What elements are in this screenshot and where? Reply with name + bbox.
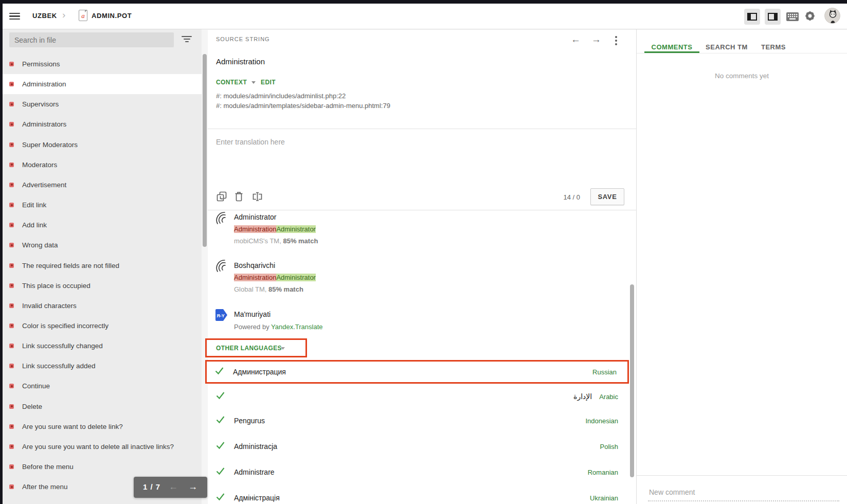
- translation-textarea[interactable]: [216, 138, 597, 184]
- user-avatar[interactable]: [824, 8, 840, 24]
- sidebar-item[interactable]: Advertisement: [3, 175, 202, 195]
- window-top-edge: [0, 0, 847, 4]
- untranslated-bullet-icon: [9, 444, 14, 449]
- copy-source-icon[interactable]: [217, 191, 227, 204]
- untranslated-bullet-icon: [9, 424, 14, 429]
- next-string-arrow[interactable]: →: [591, 34, 601, 45]
- toggle-right-panel-button[interactable]: [765, 9, 781, 25]
- new-comment-input[interactable]: [648, 484, 839, 501]
- context-toggle[interactable]: CONTEXT: [216, 79, 247, 86]
- yandex-translate-icon: Я-Y: [214, 308, 228, 325]
- keyboard-shortcuts-icon[interactable]: [786, 12, 799, 23]
- language-row[interactable]: الإدارةArabic: [208, 385, 629, 408]
- sidebar-item[interactable]: Link successfully added: [3, 356, 202, 376]
- sidebar-item-label: Permissions: [22, 60, 60, 68]
- sidebar-item[interactable]: Before the menu: [3, 457, 202, 477]
- sidebar-item-label: Link successfully changed: [22, 342, 103, 350]
- context-dropdown-icon[interactable]: [251, 81, 256, 84]
- tm-suggestion-title[interactable]: Administrator: [234, 213, 276, 221]
- language-row[interactable]: AdministracjaPolish: [208, 435, 629, 458]
- other-languages-dropdown-icon: [281, 347, 285, 350]
- svg-text:Я-Y: Я-Y: [217, 313, 224, 318]
- sidebar-item[interactable]: Permissions: [3, 54, 202, 74]
- other-languages-toggle[interactable]: OTHER LANGUAGES: [216, 345, 282, 352]
- sidebar-item[interactable]: Moderators: [3, 155, 202, 175]
- sidebar-item-label: Before the menu: [22, 463, 74, 471]
- active-tab-underline: [644, 51, 699, 53]
- tm-diff[interactable]: AdministrationAdministrator: [234, 273, 316, 282]
- sidebar-item[interactable]: Are you sure want to delete link?: [3, 417, 202, 437]
- untranslated-bullet-icon: [9, 82, 14, 86]
- file-icon: a: [79, 10, 87, 21]
- sidebar-item[interactable]: This place is occupied: [3, 276, 202, 296]
- yandex-translate-link[interactable]: Yandex.Translate: [271, 323, 322, 331]
- tm-suggestion-title[interactable]: Boshqarivchi: [234, 261, 275, 269]
- untranslated-bullet-icon: [9, 243, 14, 247]
- tab-search-tm[interactable]: SEARCH TM: [702, 43, 751, 51]
- suggestions-divider: [208, 210, 636, 210]
- sidebar-item[interactable]: At the top of the page: [3, 497, 202, 504]
- sidebar-item[interactable]: Edit link: [3, 195, 202, 215]
- mt-suggestion-title[interactable]: Ma'muriyati: [234, 310, 271, 318]
- sidebar-item[interactable]: The required fields are not filled: [3, 256, 202, 276]
- sidebar-item[interactable]: Color is specified incorrectly: [3, 316, 202, 336]
- window-left-edge: [0, 0, 3, 504]
- tab-terms[interactable]: TERMS: [757, 43, 790, 51]
- untranslated-bullet-icon: [9, 102, 14, 106]
- sidebar-item[interactable]: Wrong data: [3, 235, 202, 255]
- prev-page-arrow[interactable]: ←: [169, 481, 178, 492]
- settings-gear-icon[interactable]: [804, 10, 816, 24]
- sidebar-item[interactable]: Continue: [3, 376, 202, 396]
- edit-context-button[interactable]: EDIT: [261, 79, 276, 86]
- sidebar-item[interactable]: Link successfully changed: [3, 336, 202, 356]
- untranslated-bullet-icon: [9, 142, 14, 147]
- sidebar-item-label: Are you sure want to delete link?: [22, 423, 123, 430]
- sidebar-item[interactable]: Administration: [3, 74, 202, 94]
- save-button[interactable]: SAVE: [590, 188, 624, 205]
- tm-diff[interactable]: AdministrationAdministrator: [234, 224, 316, 234]
- more-options-icon[interactable]: [615, 36, 617, 47]
- untranslated-bullet-icon: [9, 183, 14, 187]
- sidebar-item[interactable]: Delete: [3, 397, 202, 417]
- match-percent: 85% match: [283, 237, 318, 245]
- language-row[interactable]: AdministrareRomanian: [208, 460, 629, 484]
- untranslated-bullet-icon: [9, 464, 14, 469]
- suggestions-scrollbar-thumb[interactable]: [630, 284, 634, 477]
- sidebar-scrollbar-thumb[interactable]: [203, 54, 207, 247]
- char-counter: 14 / 0: [539, 193, 580, 201]
- sidebar-item-label: Continue: [22, 382, 50, 390]
- approved-check-icon: [215, 367, 224, 377]
- tab-comments[interactable]: COMMENTS: [644, 43, 699, 51]
- tm-source-info: Global TM, 85% match: [234, 285, 303, 293]
- sidebar-item[interactable]: Super Moderators: [3, 135, 202, 155]
- sidebar-item[interactable]: Administrators: [3, 114, 202, 134]
- tm-source-info: mobiCMS's TM, 85% match: [234, 237, 318, 245]
- breadcrumb-project[interactable]: UZBEK: [32, 12, 57, 20]
- sidebar-item[interactable]: Add link: [3, 215, 202, 235]
- sidebar-item[interactable]: Invalid characters: [3, 296, 202, 316]
- search-input[interactable]: [9, 32, 174, 47]
- untranslated-bullet-icon: [9, 344, 14, 348]
- sidebar-item[interactable]: Are you sure you want to delete all inac…: [3, 437, 202, 457]
- filter-icon[interactable]: [181, 36, 192, 43]
- toggle-left-panel-button[interactable]: [744, 9, 760, 25]
- translation-text: Administrare: [234, 468, 588, 476]
- next-page-arrow[interactable]: →: [188, 481, 197, 492]
- language-row[interactable]: АдміністраціяUkrainian: [208, 486, 629, 504]
- sidebar-item-label: Link successfully added: [22, 362, 96, 370]
- clear-field-icon[interactable]: [252, 191, 263, 204]
- sidebar-item-label: Wrong data: [22, 241, 58, 249]
- sidebar-item-label: Delete: [22, 403, 42, 410]
- sidebar-item[interactable]: Supervisors: [3, 94, 202, 114]
- language-row[interactable]: PengurusIndonesian: [208, 409, 629, 433]
- previous-string-arrow[interactable]: ←: [571, 34, 581, 45]
- sidebar-item-label: Add link: [22, 221, 47, 229]
- page-indicator: 1 / 7: [143, 482, 160, 491]
- untranslated-bullet-icon: [9, 122, 14, 127]
- language-row[interactable]: АдминистрацияRussian: [205, 360, 629, 384]
- menu-icon[interactable]: [9, 13, 20, 20]
- delete-translation-icon[interactable]: [235, 191, 243, 204]
- breadcrumb-chevron-icon: ›: [62, 9, 65, 21]
- untranslated-bullet-icon: [9, 384, 14, 388]
- panel-right-icon: [768, 13, 778, 21]
